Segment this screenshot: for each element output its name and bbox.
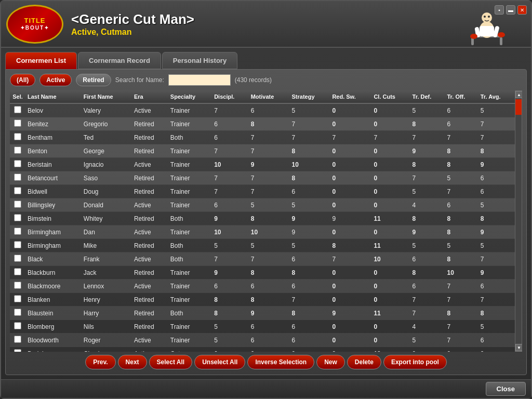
- tab-personal-history[interactable]: Personal History: [162, 52, 237, 69]
- table-cell: 8: [330, 239, 371, 252]
- row-checkbox-cell[interactable]: [10, 185, 25, 198]
- close-button[interactable]: Close: [486, 382, 526, 396]
- row-checkbox-cell[interactable]: [10, 307, 25, 320]
- table-row: BenitezGregorioRetiredTrainer68700867: [10, 117, 515, 131]
- inverse-selection-button[interactable]: Inverse Selection: [247, 355, 314, 369]
- title-bar: TITLE ✦BOUT✦ <Generic Cut Man> Active, C…: [1, 1, 531, 48]
- table-cell: Gregorio: [82, 117, 132, 131]
- table-cell: 0: [330, 266, 371, 280]
- table-cell: Blaustein: [25, 307, 82, 320]
- col-motivate: Motivate: [249, 90, 290, 103]
- table-cell: 7: [249, 185, 290, 198]
- table-cell: Retired: [132, 266, 168, 280]
- table-cell: 9: [289, 225, 330, 239]
- table-cell: Trainer: [168, 198, 212, 212]
- col-tr-off: Tr. Off.: [445, 90, 478, 103]
- window-controls[interactable]: ▪ ▬ ✕: [495, 5, 527, 15]
- table-cell: 0: [249, 347, 290, 352]
- scroll-down-button[interactable]: ▼: [515, 344, 522, 351]
- table-cell: 7: [445, 334, 478, 347]
- table-header: Sel. Last Name First Name Era Specialty …: [10, 90, 515, 103]
- table-cell: 10: [445, 266, 478, 280]
- table-cell: 0: [330, 185, 371, 198]
- row-checkbox-cell[interactable]: [10, 280, 25, 293]
- table-cell: 8: [445, 307, 478, 320]
- table-cell: 6: [212, 280, 249, 293]
- table-cell: 7: [445, 131, 478, 144]
- table-cell: Blanken: [25, 293, 82, 307]
- new-button[interactable]: New: [316, 355, 345, 369]
- table-cell: 10: [212, 225, 249, 239]
- row-checkbox-cell[interactable]: [10, 158, 25, 171]
- table-cell: Henry: [82, 293, 132, 307]
- table-cell: 0: [212, 347, 249, 352]
- row-checkbox-cell[interactable]: [10, 198, 25, 212]
- table-cell: 12: [371, 347, 410, 352]
- search-input[interactable]: [168, 74, 231, 86]
- table-cell: 7: [371, 131, 410, 144]
- row-checkbox-cell[interactable]: [10, 225, 25, 239]
- prev-button[interactable]: Prev.: [85, 355, 115, 369]
- table-cell: 0: [330, 225, 371, 239]
- row-checkbox-cell[interactable]: [10, 347, 25, 352]
- table-cell: 0: [330, 171, 371, 185]
- title-info: <Generic Cut Man> Active, Cutman: [71, 11, 526, 37]
- row-checkbox-cell[interactable]: [10, 320, 25, 334]
- filter-bar: (All) Active Retired Search for Name: (4…: [10, 74, 522, 86]
- table-scroll[interactable]: Sel. Last Name First Name Era Specialty …: [10, 90, 515, 352]
- row-checkbox-cell[interactable]: [10, 239, 25, 252]
- scrollbar[interactable]: ▲ ▼: [515, 90, 522, 352]
- table-cell: 8: [410, 158, 445, 171]
- row-checkbox-cell[interactable]: [10, 252, 25, 266]
- table-cell: 8: [249, 266, 290, 280]
- table-cell: Dan: [82, 225, 132, 239]
- close-window-button[interactable]: ✕: [517, 5, 527, 15]
- filter-all-button[interactable]: (All): [10, 74, 35, 86]
- table-cell: Nils: [82, 320, 132, 334]
- table-row: BeristainIgnacioActiveTrainer1091000889: [10, 158, 515, 171]
- next-button[interactable]: Next: [118, 355, 147, 369]
- maximize-button[interactable]: ▬: [506, 5, 515, 15]
- table-cell: Both: [168, 212, 212, 225]
- row-checkbox-cell[interactable]: [10, 212, 25, 225]
- tab-cornerman-record[interactable]: Cornerman Record: [78, 52, 161, 69]
- row-checkbox-cell[interactable]: [10, 171, 25, 185]
- table-cell: Active: [132, 252, 168, 266]
- table-cell: Both: [168, 239, 212, 252]
- table-cell: 8: [410, 117, 445, 131]
- select-all-button[interactable]: Select All: [149, 355, 193, 369]
- unselect-all-button[interactable]: Unselect All: [194, 355, 245, 369]
- minimize-button[interactable]: ▪: [495, 5, 504, 15]
- table-cell: Active: [132, 225, 168, 239]
- table-cell: 10: [249, 225, 290, 239]
- table-cell: Trainer: [168, 103, 212, 117]
- row-checkbox-cell[interactable]: [10, 103, 25, 117]
- filter-active-button[interactable]: Active: [39, 74, 72, 86]
- scroll-up-button[interactable]: ▲: [515, 91, 522, 98]
- table-cell: 5: [478, 103, 515, 117]
- table-cell: 7: [212, 252, 249, 266]
- table-cell: 4: [410, 198, 445, 212]
- record-count: (430 records): [235, 76, 272, 84]
- row-checkbox-cell[interactable]: [10, 131, 25, 144]
- table-cell: 8: [289, 144, 330, 158]
- row-checkbox-cell[interactable]: [10, 117, 25, 131]
- row-checkbox-cell[interactable]: [10, 144, 25, 158]
- scroll-thumb[interactable]: [515, 99, 522, 115]
- table-cell: 8: [410, 266, 445, 280]
- filter-retired-button[interactable]: Retired: [76, 74, 111, 86]
- row-checkbox-cell[interactable]: [10, 334, 25, 347]
- table-cell: 0: [478, 347, 515, 352]
- table-cell: 8: [249, 212, 290, 225]
- row-checkbox-cell[interactable]: [10, 293, 25, 307]
- tab-cornermen-list[interactable]: Cornermen List: [5, 52, 77, 69]
- table-cell: 6: [410, 280, 445, 293]
- table-cell: 9: [249, 158, 290, 171]
- table-row: BodakChuckActiveCutman000912000: [10, 347, 515, 352]
- row-checkbox-cell[interactable]: [10, 266, 25, 280]
- table-cell: 8: [249, 293, 290, 307]
- table-cell: Trainer: [168, 185, 212, 198]
- delete-button[interactable]: Delete: [347, 355, 381, 369]
- table-cell: 7: [478, 117, 515, 131]
- export-pool-button[interactable]: Export into pool: [383, 355, 447, 369]
